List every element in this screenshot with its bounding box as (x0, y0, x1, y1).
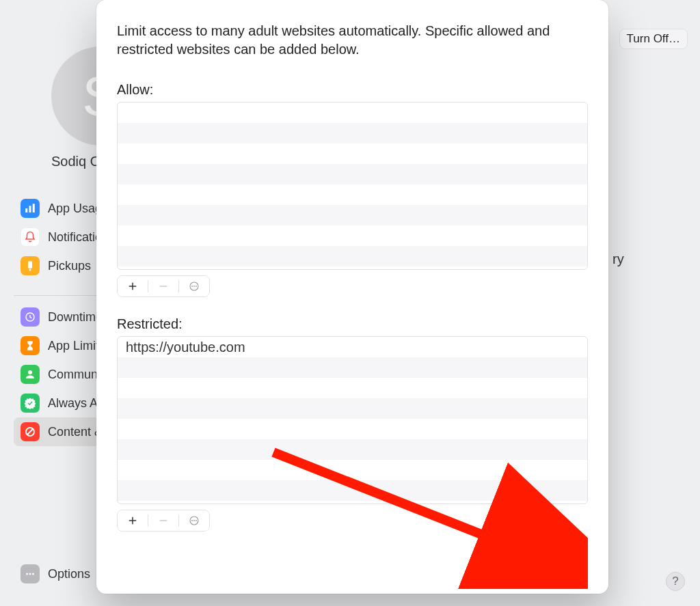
chart-bar-icon (21, 199, 40, 218)
background-text-fragment: ry (612, 251, 624, 267)
web-content-dialog: Limit access to many adult websites auto… (96, 0, 608, 594)
sidebar-item-label: Pickups (48, 259, 91, 273)
list-item[interactable] (118, 357, 587, 378)
svg-rect-0 (25, 208, 27, 212)
svg-rect-11 (160, 286, 167, 287)
list-item[interactable] (118, 225, 587, 246)
svg-rect-2 (33, 204, 35, 212)
sidebar-item-label: Downtime (48, 310, 103, 325)
allow-add-button[interactable] (118, 276, 148, 297)
svg-point-19 (193, 520, 195, 521)
list-item[interactable] (118, 102, 587, 123)
clock-icon (21, 307, 40, 327)
allow-remove-button[interactable] (148, 276, 178, 297)
svg-rect-3 (28, 261, 32, 268)
allow-label: Allow: (117, 82, 588, 98)
svg-point-15 (196, 286, 197, 287)
svg-point-13 (191, 286, 193, 287)
cancel-button[interactable]: Cancel (474, 553, 536, 576)
restricted-label: Restricted: (117, 316, 588, 332)
question-icon: ? (672, 575, 678, 588)
turn-off-button[interactable]: Turn Off… (619, 29, 688, 49)
minus-icon (157, 514, 170, 527)
svg-point-18 (191, 520, 193, 521)
restricted-remove-button[interactable] (148, 510, 178, 531)
list-item[interactable] (118, 123, 587, 143)
help-button[interactable]: ? (666, 572, 685, 591)
plus-icon (126, 514, 139, 527)
allow-toolbar (117, 275, 210, 297)
svg-point-9 (29, 573, 31, 575)
restricted-more-button[interactable] (179, 510, 209, 531)
plus-icon (126, 280, 139, 292)
turn-off-label: Turn Off… (627, 32, 680, 45)
list-item[interactable] (118, 480, 587, 501)
dialog-description: Limit access to many adult websites auto… (117, 22, 588, 59)
checkmark-seal-icon (21, 394, 40, 413)
list-item[interactable] (118, 246, 587, 266)
list-item[interactable] (118, 184, 587, 205)
ellipsis-circle-icon (188, 280, 200, 292)
minus-icon (157, 280, 170, 292)
restricted-listbox[interactable]: https://youtube.com (117, 336, 588, 504)
allow-listbox[interactable] (117, 102, 588, 270)
list-item[interactable] (118, 398, 587, 419)
list-item[interactable] (118, 378, 587, 398)
svg-point-8 (26, 573, 28, 575)
person-icon (21, 365, 40, 384)
list-item[interactable] (118, 143, 587, 164)
list-item[interactable] (118, 460, 587, 480)
no-sign-icon (21, 422, 40, 441)
bell-icon (21, 228, 40, 247)
ellipsis-icon (21, 564, 40, 583)
ellipsis-circle-icon (188, 514, 200, 527)
svg-point-14 (193, 286, 195, 287)
sidebar-item-label: Options (48, 567, 90, 581)
hand-tap-icon (21, 256, 40, 275)
svg-point-4 (29, 269, 31, 271)
list-item[interactable]: https://youtube.com (118, 337, 587, 357)
svg-point-6 (28, 370, 32, 374)
list-item[interactable] (118, 439, 587, 460)
svg-point-10 (32, 573, 34, 575)
list-item[interactable] (118, 164, 587, 184)
allow-more-button[interactable] (179, 276, 209, 297)
list-item[interactable] (118, 205, 587, 225)
restricted-add-button[interactable] (118, 510, 148, 531)
restricted-toolbar (117, 510, 210, 532)
svg-rect-16 (160, 520, 167, 521)
ok-button[interactable]: OK (544, 553, 588, 576)
list-item[interactable] (118, 419, 587, 439)
hourglass-icon (21, 336, 40, 355)
svg-point-20 (196, 520, 197, 521)
svg-rect-1 (29, 206, 31, 212)
